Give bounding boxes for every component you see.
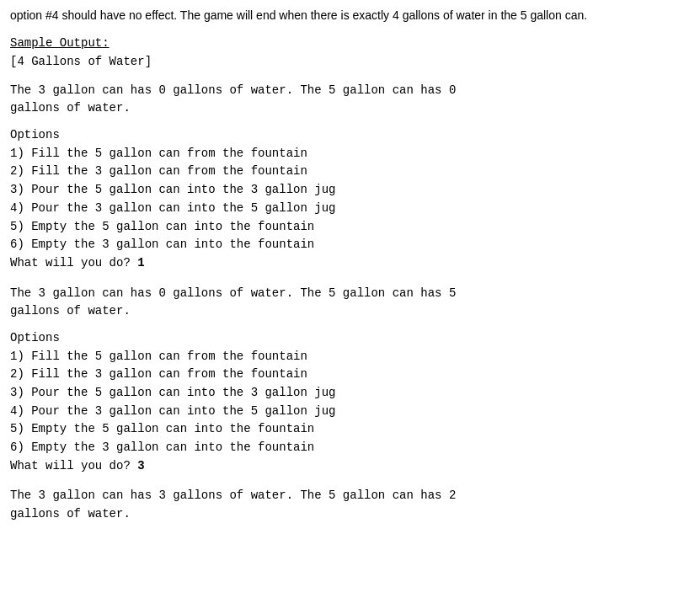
prompt-text-0: What will you do?	[10, 256, 137, 270]
state-line2-0: gallons of water.	[10, 99, 690, 118]
prompt-line-0: What will you do? 1	[10, 254, 690, 273]
option-0-2: 3) Pour the 5 gallon can into the 3 gall…	[10, 181, 690, 200]
option-1-1: 2) Fill the 3 gallon can from the founta…	[10, 366, 690, 384]
option-0-3: 4) Pour the 3 gallon can into the 5 gall…	[10, 200, 690, 218]
game-block-1: The 3 gallon can has 0 gallons of water.…	[10, 285, 690, 476]
state-line2-2: gallons of water.	[10, 505, 690, 524]
option-1-4: 5) Empty the 5 gallon can into the fount…	[10, 420, 690, 439]
header-line: [4 Gallons of Water]	[10, 53, 690, 72]
prompt-line-1: What will you do? 3	[10, 457, 690, 476]
choice-0: 1	[137, 256, 144, 270]
options-label-1: Options	[10, 329, 690, 348]
option-1-2: 3) Pour the 5 gallon can into the 3 gall…	[10, 384, 690, 403]
state-line-1: The 3 gallon can has 0 gallons of water.…	[10, 285, 690, 303]
option-1-0: 1) Fill the 5 gallon can from the founta…	[10, 348, 690, 366]
game-block-2: The 3 gallon can has 3 gallons of water.…	[10, 487, 690, 523]
prompt-text-1: What will you do?	[10, 459, 137, 473]
options-label-0: Options	[10, 126, 690, 145]
state-line2-1: gallons of water.	[10, 302, 690, 321]
choice-1: 3	[137, 459, 144, 473]
option-0-5: 6) Empty the 3 gallon can into the fount…	[10, 236, 690, 254]
option-0-4: 5) Empty the 5 gallon can into the fount…	[10, 218, 690, 237]
state-line-0: The 3 gallon can has 0 gallons of water.…	[10, 82, 690, 100]
sample-output-label: Sample Output:	[10, 36, 690, 50]
state-line-2: The 3 gallon can has 3 gallons of water.…	[10, 487, 690, 505]
option-1-5: 6) Empty the 3 gallon can into the fount…	[10, 439, 690, 457]
intro-text: option #4 should have no effect. The gam…	[10, 7, 690, 24]
game-block-0: The 3 gallon can has 0 gallons of water.…	[10, 82, 690, 273]
option-1-3: 4) Pour the 3 gallon can into the 5 gall…	[10, 403, 690, 421]
option-0-1: 2) Fill the 3 gallon can from the founta…	[10, 163, 690, 181]
option-0-0: 1) Fill the 5 gallon can from the founta…	[10, 145, 690, 163]
